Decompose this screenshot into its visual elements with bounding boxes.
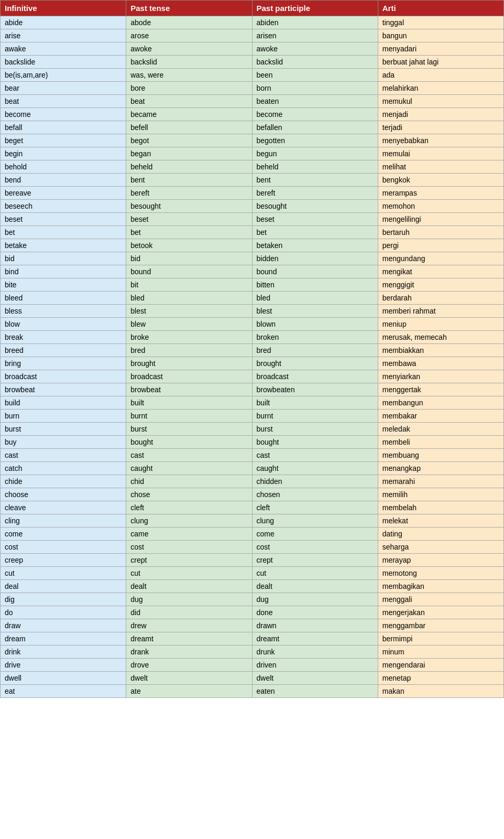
table-cell: dig xyxy=(1,593,126,606)
table-cell: beheld xyxy=(126,160,252,174)
table-cell: befallen xyxy=(252,121,378,134)
table-cell: membawa xyxy=(378,357,503,370)
table-cell: membakar xyxy=(378,410,503,423)
table-cell: dealt xyxy=(126,580,252,593)
table-cell: mengendarai xyxy=(378,659,503,672)
table-cell: dwelt xyxy=(252,672,378,685)
table-cell: beset xyxy=(252,213,378,226)
table-row: buyboughtboughtmembeli xyxy=(1,436,504,449)
table-cell: burnt xyxy=(252,410,378,423)
table-cell: ada xyxy=(378,69,503,82)
table-row: broadcastbroadcastbroadcastmenyiarkan xyxy=(1,370,504,383)
table-row: digdugdugmenggali xyxy=(1,593,504,606)
table-cell: cast xyxy=(126,449,252,462)
table-cell: done xyxy=(252,606,378,619)
table-cell: melekat xyxy=(378,514,503,528)
table-cell: beget xyxy=(1,134,126,147)
table-row: breakbrokebrokenmerusak, memecah xyxy=(1,331,504,344)
table-cell: bangun xyxy=(378,29,503,42)
table-cell: choose xyxy=(1,488,126,501)
table-row: bendbentbentbengkok xyxy=(1,174,504,187)
table-cell: bled xyxy=(126,292,252,305)
header-arti: Arti xyxy=(378,1,503,16)
table-row: browbeatbrowbeatbrowbeatenmenggertak xyxy=(1,383,504,396)
table-row: castcastcastmembuang xyxy=(1,449,504,462)
table-row: betakebetookbetakenpergi xyxy=(1,239,504,252)
table-cell: bet xyxy=(126,226,252,239)
table-cell: beheld xyxy=(252,160,378,174)
table-cell: drew xyxy=(126,619,252,632)
table-cell: menyebabkan xyxy=(378,134,503,147)
table-cell: begotten xyxy=(252,134,378,147)
table-row: bearborebornmelahirkan xyxy=(1,82,504,95)
table-cell: crept xyxy=(252,554,378,567)
table-cell: behold xyxy=(1,160,126,174)
table-cell: merampas xyxy=(378,187,503,200)
table-cell: cast xyxy=(252,449,378,462)
table-row: bitebitbittenmenggigit xyxy=(1,278,504,292)
table-row: chidechidchiddenmemarahi xyxy=(1,475,504,488)
table-cell: breed xyxy=(1,344,126,357)
table-cell: meniup xyxy=(378,318,503,331)
table-row: dwelldweltdweltmenetap xyxy=(1,672,504,685)
table-cell: break xyxy=(1,331,126,344)
table-cell: driven xyxy=(252,659,378,672)
table-row: bindboundboundmengikat xyxy=(1,265,504,278)
table-cell: mengelilingi xyxy=(378,213,503,226)
table-cell: meledak xyxy=(378,423,503,436)
table-cell: broadcast xyxy=(252,370,378,383)
table-row: bringbroughtbroughtmembawa xyxy=(1,357,504,370)
table-row: besetbesetbesetmengelilingi xyxy=(1,213,504,226)
table-cell: bereft xyxy=(126,187,252,200)
table-cell: browbeaten xyxy=(252,383,378,396)
table-cell: bled xyxy=(252,292,378,305)
table-cell: drawn xyxy=(252,619,378,632)
table-cell: dreamt xyxy=(126,632,252,646)
table-row: beginbeganbegunmemulai xyxy=(1,147,504,160)
table-cell: draw xyxy=(1,619,126,632)
table-cell: makan xyxy=(378,685,503,698)
table-cell: bred xyxy=(126,344,252,357)
table-cell: eat xyxy=(1,685,126,698)
table-cell: mengundang xyxy=(378,252,503,265)
table-cell: pergi xyxy=(378,239,503,252)
table-cell: melahirkan xyxy=(378,82,503,95)
table-row: befallbefellbefallenterjadi xyxy=(1,121,504,134)
table-cell: bid xyxy=(126,252,252,265)
table-row: dreamdreamtdreamtbermimpi xyxy=(1,632,504,646)
table-cell: beaten xyxy=(252,95,378,108)
table-cell: blest xyxy=(252,305,378,318)
table-cell: do xyxy=(1,606,126,619)
table-cell: betook xyxy=(126,239,252,252)
table-row: beseechbesoughtbesoughtmemohon xyxy=(1,200,504,213)
table-cell: crept xyxy=(126,554,252,567)
table-row: catchcaughtcaughtmenangkap xyxy=(1,462,504,475)
table-cell: awake xyxy=(1,42,126,56)
table-cell: merusak, memecah xyxy=(378,331,503,344)
table-cell: ate xyxy=(126,685,252,698)
table-cell: membangun xyxy=(378,396,503,410)
table-cell: deal xyxy=(1,580,126,593)
table-cell: buy xyxy=(1,436,126,449)
table-cell: bring xyxy=(1,357,126,370)
table-cell: bound xyxy=(252,265,378,278)
table-cell: built xyxy=(126,396,252,410)
table-cell: browbeat xyxy=(126,383,252,396)
table-cell: become xyxy=(1,108,126,121)
table-cell: dating xyxy=(378,528,503,541)
table-row: eatateeatenmakan xyxy=(1,685,504,698)
table-cell: membiakkan xyxy=(378,344,503,357)
table-cell: blew xyxy=(126,318,252,331)
table-cell: beset xyxy=(1,213,126,226)
table-cell: catch xyxy=(1,462,126,475)
table-cell: eaten xyxy=(252,685,378,698)
table-cell: bound xyxy=(126,265,252,278)
table-cell: arose xyxy=(126,29,252,42)
table-cell: beset xyxy=(126,213,252,226)
table-cell: drove xyxy=(126,659,252,672)
table-cell: brought xyxy=(252,357,378,370)
table-row: dealdealtdealtmembagikan xyxy=(1,580,504,593)
table-cell: memarahi xyxy=(378,475,503,488)
table-cell: born xyxy=(252,82,378,95)
table-cell: bereave xyxy=(1,187,126,200)
